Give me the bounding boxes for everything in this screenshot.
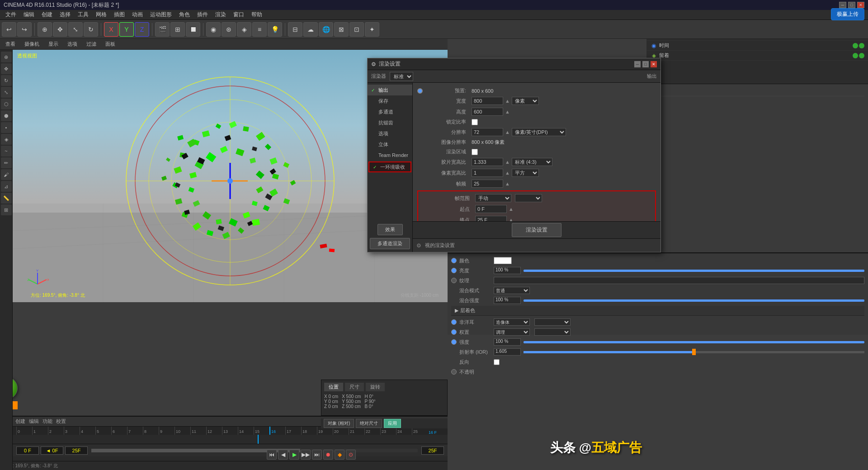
tl-create[interactable]: 创建 bbox=[15, 418, 25, 425]
move-button[interactable]: ✥ bbox=[53, 22, 67, 37]
nav-aa[interactable]: 抗锯齿 bbox=[368, 117, 412, 128]
tb2-panels[interactable]: 面板 bbox=[104, 40, 117, 48]
renderer-select[interactable]: 标准 bbox=[390, 72, 413, 81]
timeline-scrubber[interactable] bbox=[91, 449, 418, 452]
dialog-maximize-btn[interactable]: □ bbox=[642, 61, 649, 67]
resolution-unit-select[interactable]: 像素/英寸(DPI) bbox=[512, 128, 566, 136]
nav-output[interactable]: ✓ 输出 bbox=[368, 85, 412, 95]
tool-move[interactable]: ✥ bbox=[1, 63, 12, 74]
minimize-button[interactable]: ─ bbox=[839, 2, 846, 8]
abs-size-btn[interactable]: 绝对尺寸 bbox=[356, 419, 382, 428]
gear-label[interactable]: 视的渲染设置 bbox=[425, 242, 455, 249]
blend-amount-slider[interactable] bbox=[524, 299, 864, 302]
y-axis-button[interactable]: Y bbox=[119, 22, 134, 37]
obj-留着[interactable]: ◈ 留着 bbox=[646, 51, 868, 61]
start-frame-input[interactable] bbox=[475, 205, 507, 213]
tool-paint[interactable]: 🖌 bbox=[1, 169, 12, 180]
floor-button[interactable]: ⊟ bbox=[288, 22, 302, 37]
obj-time[interactable]: ◉ 时间 bbox=[646, 41, 868, 51]
menu-render[interactable]: 渲染 bbox=[212, 10, 230, 19]
tb2-camera[interactable]: 查看 bbox=[4, 40, 17, 48]
ipr-button[interactable]: 🔲 bbox=[186, 22, 200, 37]
height-stepper[interactable]: ▲ bbox=[505, 109, 510, 114]
redo-button[interactable]: ↪ bbox=[17, 22, 32, 37]
tool-sculpt[interactable]: ⊿ bbox=[1, 181, 12, 192]
x-axis-button[interactable]: X bbox=[104, 22, 118, 37]
pixel-aspect-select[interactable]: 平方 bbox=[512, 169, 539, 177]
layer-dropdown-1[interactable] bbox=[534, 318, 571, 326]
layer-type-1[interactable]: 造像体 bbox=[494, 318, 530, 326]
nav-multichannel[interactable]: 多通道 bbox=[368, 106, 412, 117]
pixel-aspect-input[interactable] bbox=[472, 169, 503, 177]
tool-measure[interactable]: 📏 bbox=[1, 193, 12, 204]
reverse-checkbox[interactable] bbox=[494, 359, 500, 365]
menu-file[interactable]: 文件 bbox=[2, 10, 20, 19]
tool-edge[interactable]: ⬢ bbox=[1, 110, 12, 121]
resolution-stepper[interactable]: ▲ bbox=[505, 129, 510, 135]
menu-anim[interactable]: 动画 bbox=[128, 10, 146, 19]
layer-radio-1[interactable] bbox=[451, 319, 457, 325]
material-button[interactable]: ◈ bbox=[237, 22, 251, 37]
tool-select[interactable]: ⊕ bbox=[1, 52, 12, 62]
goto-end-btn[interactable]: ⏭ bbox=[312, 450, 322, 460]
sky-button[interactable]: ☁ bbox=[303, 22, 318, 37]
tool-brush[interactable]: ✏ bbox=[1, 157, 12, 168]
layer-radio-2[interactable] bbox=[451, 329, 457, 335]
undo-button[interactable]: ↩ bbox=[2, 22, 16, 37]
resolution-input[interactable] bbox=[472, 128, 503, 136]
effects-btn[interactable]: 效果 bbox=[377, 224, 403, 235]
check-dot-5[interactable] bbox=[853, 43, 858, 48]
ior-slider[interactable] bbox=[524, 351, 864, 353]
start-stepper[interactable]: ▲ bbox=[509, 206, 514, 212]
check-dot-8[interactable] bbox=[859, 53, 864, 58]
multichannel-render-btn[interactable]: 多通道渲染 bbox=[370, 238, 410, 249]
playhead[interactable] bbox=[258, 435, 259, 444]
ior-handle[interactable] bbox=[692, 349, 696, 355]
extra-button[interactable]: ✦ bbox=[365, 22, 379, 37]
width-unit-select[interactable]: 像素 bbox=[512, 97, 539, 105]
menu-select[interactable]: 选择 bbox=[56, 10, 74, 19]
texture-slot[interactable] bbox=[494, 277, 864, 284]
width-stepper[interactable]: ▲ bbox=[505, 98, 510, 104]
range-type-select[interactable]: 手动 bbox=[475, 194, 511, 202]
apply-btn[interactable]: 应用 bbox=[384, 419, 401, 428]
maximize-button[interactable]: □ bbox=[848, 2, 855, 8]
light-button[interactable]: 💡 bbox=[268, 22, 282, 37]
check-dot-6[interactable] bbox=[859, 43, 864, 48]
color-radio[interactable] bbox=[451, 258, 457, 263]
strength-slider[interactable] bbox=[524, 341, 864, 343]
width-input[interactable] bbox=[472, 97, 503, 105]
range-extra-select[interactable] bbox=[515, 194, 542, 202]
tb2-filter[interactable]: 过滤 bbox=[85, 40, 98, 48]
tl-calibrate[interactable]: 校置 bbox=[56, 418, 66, 425]
menu-character[interactable]: 角色 bbox=[175, 10, 193, 19]
bg-button[interactable]: ⊡ bbox=[349, 22, 364, 37]
scale-button[interactable]: ⤡ bbox=[68, 22, 83, 37]
blend-mode-select[interactable]: 普通 bbox=[494, 287, 530, 294]
rotate-button[interactable]: ↻ bbox=[84, 22, 98, 37]
tl-function[interactable]: 功能 bbox=[42, 418, 52, 425]
preset-radio[interactable] bbox=[417, 88, 423, 94]
tool-poly[interactable]: ⬡ bbox=[1, 99, 12, 109]
layers-section-header[interactable]: ▶ 层着色 bbox=[451, 306, 864, 316]
keyframe-btn[interactable]: ◆ bbox=[335, 450, 344, 460]
tl-edit[interactable]: 编辑 bbox=[29, 418, 39, 425]
nav-save[interactable]: 保存 bbox=[368, 95, 412, 106]
layer-type-2[interactable]: 调理 bbox=[494, 328, 530, 336]
fps-input[interactable] bbox=[472, 180, 503, 188]
tool-object[interactable]: ◈ bbox=[1, 134, 12, 145]
upload-button[interactable]: 极赢上传 bbox=[831, 8, 864, 20]
render-region-checkbox[interactable] bbox=[472, 149, 478, 155]
render-button[interactable]: 🎬 bbox=[155, 22, 170, 37]
tab-size[interactable]: 尺寸 bbox=[345, 383, 364, 391]
layer-button[interactable]: ≡ bbox=[252, 22, 267, 37]
play-fwd-btn[interactable]: ▶▶ bbox=[301, 450, 311, 460]
menu-create[interactable]: 创建 bbox=[38, 10, 56, 19]
nav-options[interactable]: 选项 bbox=[368, 128, 412, 139]
tb2-view[interactable]: 显示 bbox=[47, 40, 60, 48]
tool-mirror[interactable]: ⊞ bbox=[1, 204, 12, 215]
prev-frame-btn[interactable]: ◀ bbox=[278, 450, 288, 460]
pixel-stepper[interactable]: ▲ bbox=[505, 170, 510, 176]
fg-button[interactable]: ⊠ bbox=[334, 22, 349, 37]
tab-position[interactable]: 位置 bbox=[324, 383, 343, 391]
